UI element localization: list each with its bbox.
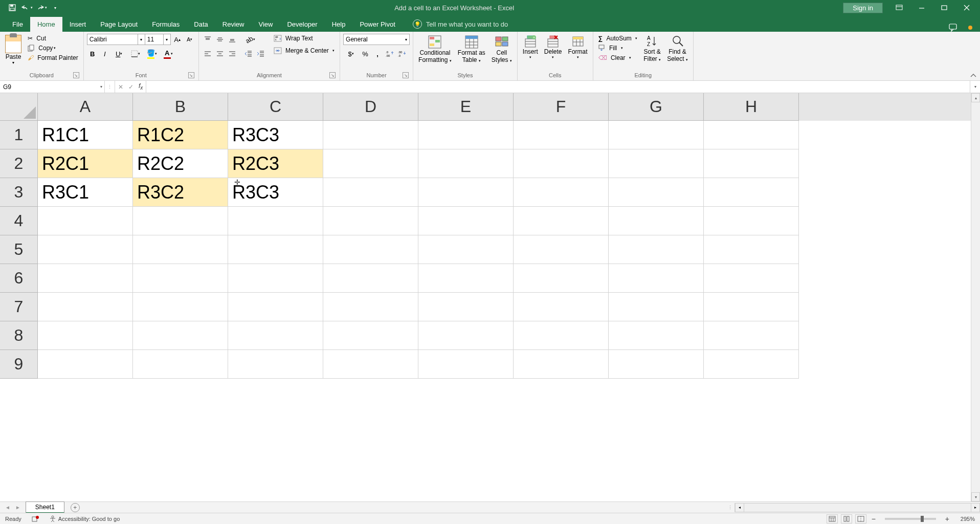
ribbon-display-icon[interactable] xyxy=(893,2,905,14)
cell[interactable] xyxy=(228,350,323,379)
cell[interactable] xyxy=(609,235,704,264)
cell[interactable] xyxy=(609,178,704,207)
column-header[interactable]: G xyxy=(609,93,704,121)
scroll-down-icon[interactable]: ▾ xyxy=(971,492,980,501)
cell[interactable] xyxy=(38,350,133,379)
qat-customize-icon[interactable]: ▾ xyxy=(49,2,61,14)
cell[interactable] xyxy=(418,235,514,264)
orientation-button[interactable]: ab ▾ xyxy=(243,34,258,45)
font-name-input[interactable] xyxy=(87,34,138,45)
row-header[interactable]: 9 xyxy=(0,350,38,379)
cell[interactable] xyxy=(514,321,609,350)
accessibility-status[interactable]: Accessibility: Good to go xyxy=(49,515,120,522)
align-right-icon[interactable] xyxy=(227,48,238,59)
cell[interactable] xyxy=(418,321,514,350)
zoom-level[interactable]: 295% xyxy=(954,516,975,522)
cell[interactable] xyxy=(418,350,514,379)
cell[interactable] xyxy=(609,207,704,235)
row-header[interactable]: 3 xyxy=(0,178,38,207)
fx-button[interactable]: fx xyxy=(139,82,143,91)
cell[interactable] xyxy=(418,121,514,149)
row-header[interactable]: 6 xyxy=(0,264,38,293)
decrease-indent-icon[interactable] xyxy=(243,48,254,59)
page-break-view-icon[interactable] xyxy=(855,514,866,523)
paste-button[interactable]: Paste ▾ xyxy=(3,34,24,66)
cell[interactable] xyxy=(704,321,799,350)
column-header[interactable]: C xyxy=(228,93,323,121)
font-color-button[interactable]: A ▾ xyxy=(161,48,176,59)
cell[interactable] xyxy=(38,235,133,264)
row-header[interactable]: 8 xyxy=(0,321,38,350)
cell[interactable]: R1C1 xyxy=(38,121,133,149)
column-header[interactable]: B xyxy=(133,93,228,121)
conditional-formatting-button[interactable]: Conditional Formatting ▾ xyxy=(416,34,454,64)
zoom-in-button[interactable]: + xyxy=(943,515,951,523)
font-name-dropdown-icon[interactable]: ▾ xyxy=(138,34,145,45)
cell[interactable] xyxy=(514,264,609,293)
collapse-ribbon-icon[interactable] xyxy=(970,73,977,78)
tab-insert[interactable]: Insert xyxy=(62,17,94,32)
cell[interactable] xyxy=(514,121,609,149)
copy-button[interactable]: Copy ▾ xyxy=(26,43,80,53)
cell[interactable] xyxy=(609,149,704,178)
cell[interactable] xyxy=(609,293,704,321)
cell[interactable] xyxy=(133,321,228,350)
cell[interactable] xyxy=(38,321,133,350)
row-header[interactable]: 4 xyxy=(0,207,38,235)
format-cells-button[interactable]: Format ▾ xyxy=(566,34,590,60)
cell[interactable]: R3C1 xyxy=(38,178,133,207)
cell[interactable] xyxy=(609,321,704,350)
cell-styles-button[interactable]: Cell Styles ▾ xyxy=(489,34,514,64)
cancel-formula-icon[interactable]: ✕ xyxy=(118,83,123,91)
decrease-decimal-icon[interactable]: .00.0 xyxy=(396,48,408,59)
column-header[interactable]: D xyxy=(323,93,418,121)
cell[interactable] xyxy=(609,350,704,379)
cell[interactable] xyxy=(323,350,418,379)
cell[interactable]: R1C2 xyxy=(133,121,228,149)
zoom-out-button[interactable]: − xyxy=(870,515,878,523)
horizontal-scrollbar[interactable]: ◂ ▸ xyxy=(734,503,980,512)
cell[interactable] xyxy=(228,264,323,293)
zoom-slider[interactable] xyxy=(885,518,936,520)
accounting-format-button[interactable]: $ ▾ xyxy=(343,48,359,59)
redo-icon[interactable]: ▾ xyxy=(35,2,47,14)
cell[interactable] xyxy=(323,321,418,350)
fill-button[interactable]: Fill ▾ xyxy=(596,43,640,53)
column-header[interactable]: E xyxy=(418,93,514,121)
format-painter-button[interactable]: 🖌 Format Painter xyxy=(26,53,80,62)
tab-formulas[interactable]: Formulas xyxy=(145,17,187,32)
cell[interactable] xyxy=(704,121,799,149)
format-as-table-button[interactable]: Format as Table ▾ xyxy=(456,34,487,64)
cell[interactable] xyxy=(704,235,799,264)
find-select-button[interactable]: Find & Select ▾ xyxy=(665,34,690,63)
tab-power-pivot[interactable]: Power Pivot xyxy=(352,17,402,32)
decrease-font-icon[interactable]: A▾ xyxy=(184,34,195,45)
clipboard-launcher-icon[interactable]: ↘ xyxy=(73,72,79,78)
increase-decimal-icon[interactable]: .0.00 xyxy=(384,48,395,59)
undo-icon[interactable]: ▾ xyxy=(20,2,33,14)
scroll-up-icon[interactable]: ▴ xyxy=(971,93,980,102)
cell[interactable] xyxy=(418,264,514,293)
cell[interactable] xyxy=(514,350,609,379)
cell[interactable] xyxy=(228,207,323,235)
page-layout-view-icon[interactable] xyxy=(841,514,852,523)
tell-me-search[interactable]: 💡 Tell me what you want to do xyxy=(413,16,508,32)
cell[interactable] xyxy=(704,293,799,321)
clear-button[interactable]: ⌫ Clear ▾ xyxy=(596,53,640,62)
font-launcher-icon[interactable]: ↘ xyxy=(188,72,194,78)
sheet-nav-prev-icon[interactable]: ◄ xyxy=(5,505,10,510)
macro-record-icon[interactable] xyxy=(32,515,39,522)
save-icon[interactable] xyxy=(6,2,18,14)
align-left-icon[interactable] xyxy=(202,48,213,59)
column-header[interactable]: A xyxy=(38,93,133,121)
cell[interactable] xyxy=(418,178,514,207)
cell[interactable] xyxy=(38,293,133,321)
cell[interactable]: R2C1 xyxy=(38,149,133,178)
merge-center-button[interactable]: Merge & Center ▾ xyxy=(272,46,337,55)
increase-indent-icon[interactable] xyxy=(255,48,266,59)
row-header[interactable]: 5 xyxy=(0,235,38,264)
sort-filter-button[interactable]: AZ Sort & Filter ▾ xyxy=(641,34,663,63)
cell[interactable] xyxy=(704,350,799,379)
cell[interactable] xyxy=(323,293,418,321)
cell[interactable] xyxy=(704,178,799,207)
